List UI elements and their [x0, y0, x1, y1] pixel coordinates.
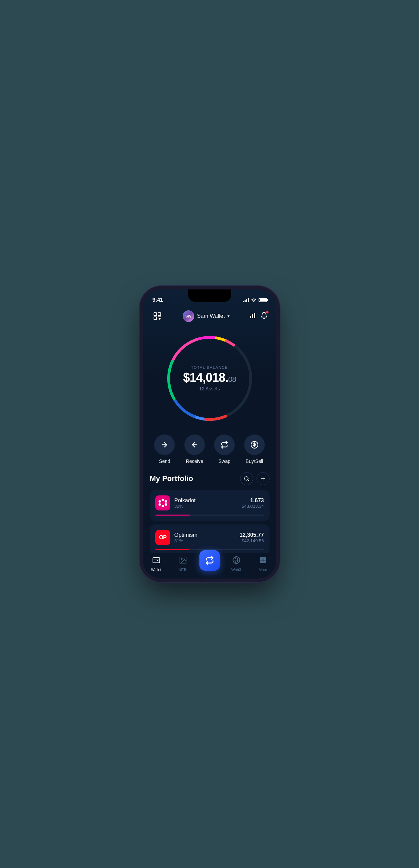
- svg-point-36: [181, 558, 182, 559]
- nfts-nav-label: NFTs: [179, 568, 187, 572]
- web3-nav-icon: [232, 556, 240, 566]
- wallet-nav-icon: [152, 556, 160, 566]
- optimism-usd: $42,149.56: [239, 538, 264, 543]
- portfolio-section: My Portfolio: [143, 469, 276, 556]
- svg-rect-39: [260, 557, 263, 560]
- svg-rect-1: [158, 313, 161, 315]
- action-buttons: Send Receive: [143, 426, 276, 469]
- svg-point-28: [161, 499, 164, 501]
- wallet-selector[interactable]: SW Sam Wallet ▾: [183, 310, 230, 322]
- optimism-name: Optimism: [174, 532, 198, 538]
- status-time: 9:41: [153, 297, 163, 303]
- notch: [188, 289, 231, 302]
- add-asset-button[interactable]: [257, 472, 270, 485]
- svg-rect-0: [154, 313, 157, 315]
- header-actions: [249, 312, 268, 321]
- notification-dot: [266, 311, 269, 314]
- buysell-button[interactable]: Buy/Sell: [244, 435, 265, 464]
- assets-count: 12 Assets: [175, 386, 244, 391]
- polkadot-progress-fill: [155, 515, 190, 516]
- svg-rect-40: [263, 557, 266, 560]
- portfolio-actions: [240, 472, 270, 485]
- chevron-down-icon: ▾: [227, 314, 230, 319]
- swap-button[interactable]: Swap: [214, 435, 235, 464]
- polkadot-row: Polkadot 32% 1.673 $43,023.34: [155, 495, 264, 510]
- send-label: Send: [159, 458, 170, 464]
- nav-center[interactable]: [199, 557, 220, 571]
- polkadot-card[interactable]: Polkadot 32% 1.673 $43,023.34: [150, 490, 270, 521]
- svg-point-29: [161, 505, 164, 507]
- phone-frame: 9:41: [143, 289, 276, 579]
- nav-nfts[interactable]: NFTs: [173, 556, 193, 572]
- balance-info: TOTAL BALANCE $14,018.08 12 Assets: [175, 365, 244, 391]
- optimism-progress-fill: [155, 549, 189, 550]
- polkadot-logo: [155, 495, 170, 510]
- nav-more[interactable]: More: [253, 556, 273, 572]
- svg-line-25: [248, 480, 249, 481]
- svg-rect-9: [252, 314, 253, 318]
- polkadot-percent: 32%: [174, 504, 196, 509]
- svg-point-31: [165, 500, 167, 503]
- swap-label: Swap: [219, 458, 231, 464]
- svg-rect-10: [254, 313, 255, 318]
- svg-rect-2: [154, 317, 157, 320]
- wallet-nav-label: Wallet: [151, 568, 161, 572]
- wallet-name: Sam Wallet: [197, 313, 225, 319]
- svg-rect-34: [153, 558, 160, 563]
- signal-bars-icon: [243, 298, 249, 302]
- optimism-percent: 31%: [174, 538, 198, 543]
- more-nav-label: More: [259, 568, 267, 572]
- polkadot-name: Polkadot: [174, 497, 196, 504]
- app-header: SW Sam Wallet ▾: [143, 307, 276, 325]
- receive-button[interactable]: Receive: [184, 435, 205, 464]
- balance-section: TOTAL BALANCE $14,018.08 12 Assets: [143, 325, 276, 426]
- chart-icon[interactable]: [249, 312, 256, 321]
- optimism-amount: 12,305.77: [239, 532, 264, 538]
- screen: 9:41: [143, 289, 276, 579]
- web3-nav-label: Web3: [231, 568, 241, 572]
- balance-amount: $14,018.08: [175, 371, 244, 385]
- polkadot-progress-bar: [155, 515, 264, 516]
- svg-point-30: [158, 500, 161, 503]
- battery-icon: [259, 298, 267, 302]
- bell-icon[interactable]: [260, 312, 268, 321]
- nav-wallet[interactable]: Wallet: [146, 556, 167, 572]
- balance-circle: TOTAL BALANCE $14,018.08 12 Assets: [162, 331, 258, 426]
- avatar: SW: [183, 310, 194, 322]
- portfolio-header: My Portfolio: [150, 472, 270, 485]
- more-nav-icon: [259, 556, 267, 566]
- nfts-nav-icon: [179, 556, 187, 566]
- nav-web3[interactable]: Web3: [226, 556, 247, 572]
- optimism-logo: OP: [155, 530, 170, 545]
- svg-point-33: [165, 503, 167, 506]
- svg-rect-41: [260, 560, 263, 563]
- send-button[interactable]: Send: [154, 435, 175, 464]
- svg-rect-8: [250, 316, 251, 318]
- wifi-icon: [251, 298, 257, 303]
- scan-icon[interactable]: [151, 310, 163, 322]
- bottom-nav: Wallet NFTs: [143, 553, 276, 579]
- swap-center-button[interactable]: [199, 550, 220, 571]
- polkadot-amount: 1.673: [241, 497, 264, 504]
- balance-label: TOTAL BALANCE: [175, 365, 244, 370]
- status-icons: [243, 298, 267, 303]
- buysell-label: Buy/Sell: [246, 458, 263, 464]
- polkadot-usd: $43,023.34: [241, 504, 264, 509]
- optimism-row: OP Optimism 31% 12,305.77 $42,149.56: [155, 530, 264, 545]
- svg-rect-42: [263, 560, 266, 563]
- search-button[interactable]: [240, 472, 253, 485]
- receive-label: Receive: [186, 458, 203, 464]
- portfolio-title: My Portfolio: [150, 474, 193, 483]
- svg-point-32: [158, 503, 161, 506]
